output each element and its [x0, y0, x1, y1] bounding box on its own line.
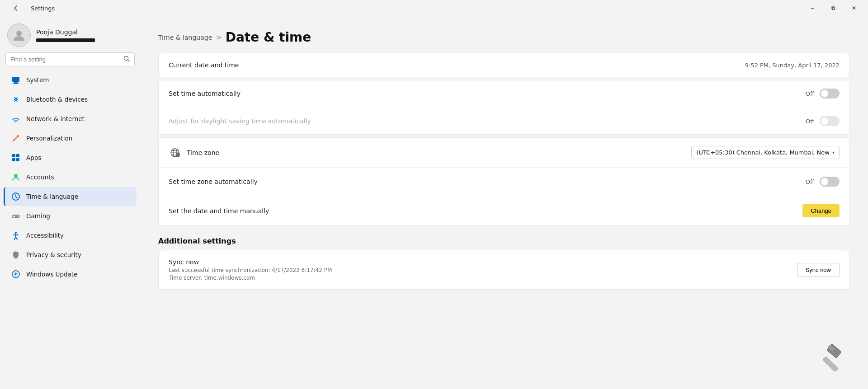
additional-title: Additional settings — [158, 237, 850, 245]
sidebar-label-privacy: Privacy & security — [26, 251, 81, 258]
timezone-icon: ↻ — [169, 146, 181, 159]
sidebar: Pooja Duggal — [0, 16, 140, 389]
svg-rect-12 — [16, 158, 19, 161]
maximize-button[interactable]: ⧉ — [823, 0, 844, 16]
daylight-right: Off — [806, 116, 840, 126]
svg-line-26 — [16, 237, 17, 239]
sidebar-label-personalization: Personalization — [26, 135, 72, 142]
window-controls: – ⧉ ✕ — [802, 0, 864, 16]
bluetooth-icon — [11, 94, 21, 104]
timezone-left: ↻ Time zone — [169, 146, 219, 159]
breadcrumb-separator: > — [216, 33, 222, 42]
set-manual-row: Set the date and time manually Change — [159, 196, 849, 225]
accounts-icon — [11, 172, 21, 182]
svg-point-20 — [17, 216, 18, 216]
sync-info: Sync now Last successful time synchroniz… — [169, 258, 332, 281]
user-info: Pooja Duggal — [36, 28, 95, 42]
update-icon — [11, 269, 21, 279]
sidebar-item-bluetooth[interactable]: Bluetooth & devices — [4, 90, 137, 109]
set-tz-auto-row: Set time zone automatically Off — [159, 169, 849, 195]
sync-title: Sync now — [169, 258, 332, 266]
svg-rect-3 — [12, 77, 19, 82]
sidebar-item-network[interactable]: Network & internet — [4, 109, 137, 128]
sidebar-item-update[interactable]: Windows Update — [4, 265, 137, 284]
window-title: Settings — [31, 5, 55, 12]
sidebar-item-gaming[interactable]: Gaming — [4, 206, 137, 225]
sidebar-nav: System Bluetooth & devices — [0, 70, 140, 284]
sidebar-item-accessibility[interactable]: Accessibility — [4, 226, 137, 245]
svg-line-2 — [128, 60, 130, 62]
sidebar-label-system: System — [26, 76, 49, 84]
set-tz-auto-label: Set time zone automatically — [169, 178, 258, 185]
sidebar-label-accounts: Accounts — [26, 173, 54, 181]
set-time-auto-label: Set time automatically — [169, 90, 241, 97]
timezone-dropdown[interactable]: (UTC+05:30) Chennai, Kolkata, Mumbai, Ne… — [691, 146, 840, 159]
search-input[interactable] — [10, 56, 120, 63]
sidebar-label-accessibility: Accessibility — [26, 232, 64, 239]
svg-rect-4 — [14, 82, 18, 83]
time-icon — [11, 192, 21, 202]
search-icon — [123, 56, 130, 63]
timezone-value: (UTC+05:30) Chennai, Kolkata, Mumbai, Ne… — [696, 149, 830, 156]
titlebar: Settings – ⧉ ✕ — [0, 0, 868, 16]
sync-sub2: Time server: time.windows.com — [169, 275, 332, 281]
set-time-auto-toggle[interactable] — [820, 89, 840, 98]
search-box[interactable] — [5, 52, 135, 66]
apps-icon — [11, 153, 21, 163]
timezone-card: ↻ Time zone (UTC+05:30) Chennai, Kolkata… — [158, 137, 850, 226]
sync-card: Sync now Last successful time synchroniz… — [158, 250, 850, 290]
change-button[interactable]: Change — [802, 204, 840, 217]
svg-rect-5 — [13, 83, 19, 84]
minimize-button[interactable]: – — [802, 0, 823, 16]
sync-sub1: Last successful time synchronization: 4/… — [169, 267, 332, 273]
breadcrumb: Time & language > Date & time — [158, 30, 850, 45]
gaming-icon — [11, 211, 21, 221]
sidebar-label-gaming: Gaming — [26, 212, 50, 220]
titlebar-left: Settings — [5, 0, 55, 16]
svg-rect-9 — [12, 154, 15, 157]
sidebar-label-time: Time & language — [26, 193, 78, 200]
personalization-icon — [11, 133, 21, 143]
svg-rect-10 — [16, 154, 19, 157]
timezone-row: ↻ Time zone (UTC+05:30) Chennai, Kolkata… — [159, 138, 849, 168]
current-datetime-value: 9:52 PM, Sunday, April 17, 2022 — [745, 62, 840, 69]
timezone-label: Time zone — [187, 149, 219, 156]
set-tz-auto-toggle[interactable] — [820, 177, 840, 187]
svg-point-21 — [18, 216, 19, 217]
svg-point-6 — [15, 122, 16, 122]
privacy-icon — [11, 250, 21, 260]
user-bar-decoration — [36, 38, 95, 42]
sidebar-item-apps[interactable]: Apps — [4, 148, 137, 167]
daylight-state: Off — [806, 118, 814, 125]
close-button[interactable]: ✕ — [844, 0, 864, 16]
sidebar-item-time[interactable]: Time & language — [4, 187, 137, 206]
app-body: Pooja Duggal — [0, 16, 868, 389]
set-tz-auto-state: Off — [806, 178, 814, 185]
set-time-auto-card: Set time automatically Off Adjust for da… — [158, 80, 850, 135]
set-time-auto-row: Set time automatically Off — [159, 80, 849, 107]
daylight-row: Adjust for daylight saving time automati… — [159, 108, 849, 134]
sidebar-item-system[interactable]: System — [4, 70, 137, 89]
sidebar-item-accounts[interactable]: Accounts — [4, 168, 137, 187]
svg-text:↻: ↻ — [177, 153, 179, 156]
user-section: Pooja Duggal — [0, 16, 140, 52]
svg-point-0 — [16, 31, 22, 36]
set-time-auto-right: Off — [806, 89, 840, 98]
daylight-toggle[interactable] — [820, 116, 840, 126]
sidebar-label-bluetooth: Bluetooth & devices — [26, 96, 88, 103]
content-area: Time & language > Date & time Current da… — [140, 16, 868, 389]
current-datetime-row: Current date and time 9:52 PM, Sunday, A… — [159, 53, 849, 77]
sidebar-item-privacy[interactable]: Privacy & security — [4, 245, 137, 264]
sidebar-label-network: Network & internet — [26, 115, 85, 122]
sidebar-item-personalization[interactable]: Personalization — [4, 129, 137, 148]
network-icon — [11, 114, 21, 124]
additional-section: Additional settings Sync now Last succes… — [158, 227, 850, 290]
sync-now-button[interactable]: Sync now — [797, 263, 840, 277]
svg-rect-11 — [12, 158, 15, 161]
current-datetime-label: Current date and time — [169, 61, 239, 69]
settings-cards: Current date and time 9:52 PM, Sunday, A… — [158, 53, 850, 290]
breadcrumb-current: Date & time — [226, 30, 311, 45]
back-button[interactable] — [5, 0, 26, 16]
current-datetime-card: Current date and time 9:52 PM, Sunday, A… — [158, 53, 850, 77]
breadcrumb-parent[interactable]: Time & language — [158, 34, 212, 41]
